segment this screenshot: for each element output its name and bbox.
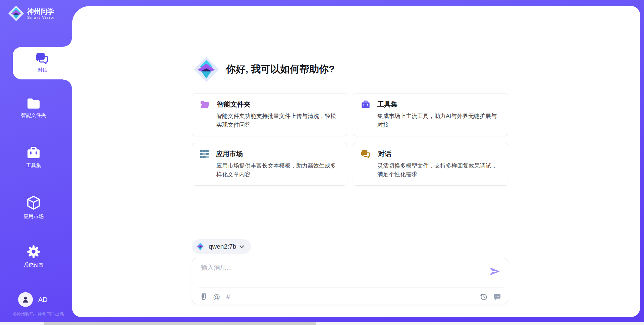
mention-button[interactable]: @ <box>213 293 220 300</box>
sidebar-item-smart-folder[interactable]: 智能文件夹 <box>7 98 60 119</box>
card-toolbox[interactable]: 工具集 集成市场上主流工具，助力AI与外界无缝扩展与对接 <box>353 93 508 136</box>
tab-fillet-top <box>63 38 72 47</box>
history-icon <box>480 293 487 301</box>
hashtag-button[interactable]: # <box>226 293 230 300</box>
history-button[interactable] <box>480 293 487 301</box>
composer-divider <box>199 287 504 288</box>
cube-icon <box>27 196 40 210</box>
model-name: qwen2:7b <box>209 243 236 250</box>
scrollbar-thumb[interactable] <box>44 322 316 325</box>
comment-icon <box>493 293 501 301</box>
sidebar-item-label: 系统设置 <box>23 262 44 268</box>
tab-fillet-bottom <box>63 79 72 88</box>
sidebar-item-label: 工具集 <box>26 162 41 169</box>
card-app-market[interactable]: 应用市场 应用市场提供丰富长文本模板，助力高效生成多样化文章内容 <box>192 143 347 186</box>
message-input[interactable] <box>201 263 479 283</box>
card-title: 对话 <box>378 149 391 158</box>
person-icon <box>21 296 30 304</box>
attach-file-button[interactable] <box>201 293 207 301</box>
card-description: 灵活切换多模型文件，支持多样回复效果调试，满足个性化需求 <box>377 161 500 179</box>
chevron-down-icon <box>239 245 244 248</box>
gear-icon <box>27 245 40 258</box>
comment-button[interactable] <box>493 293 501 301</box>
model-diamond-icon <box>195 242 205 252</box>
greeting-block: 你好, 我可以如何帮助你? <box>193 56 335 82</box>
greeting-title: 你好, 我可以如何帮助你? <box>226 63 335 76</box>
card-description: 集成市场上主流工具，助力AI与外界无缝扩展与对接 <box>377 112 500 129</box>
message-composer: @ # <box>192 258 508 304</box>
sidebar-item-app-market[interactable]: 应用市场 <box>7 196 60 220</box>
copyright-footer: ©神州数码 · 神州问学出品 <box>3 311 74 317</box>
main-panel: 你好, 我可以如何帮助你? 智能文件夹 智能文件夹功能支持批量文件上传与清洗，轻… <box>72 6 640 317</box>
toolbox-icon <box>361 101 370 109</box>
send-button[interactable] <box>489 266 500 278</box>
folder-icon <box>27 98 40 109</box>
sidebar-item-chat[interactable]: 对话 <box>13 47 72 79</box>
chat-icon <box>36 53 49 64</box>
user-initials: AD <box>38 296 48 304</box>
grid-icon <box>200 150 209 158</box>
sidebar-item-label: 应用市场 <box>23 213 44 220</box>
greeting-diamond-icon <box>193 56 219 82</box>
feature-cards: 智能文件夹 智能文件夹功能支持批量文件上传与清洗，轻松实现文件问答 工具集 集成… <box>192 93 508 186</box>
brand-name: 神州问学 <box>27 8 56 15</box>
user-profile[interactable]: AD <box>18 292 48 307</box>
folder-open-icon <box>200 101 210 109</box>
avatar <box>18 292 33 307</box>
card-smart-folder[interactable]: 智能文件夹 智能文件夹功能支持批量文件上传与清洗，轻松实现文件问答 <box>192 93 347 136</box>
sidebar-item-settings[interactable]: 系统设置 <box>7 245 60 268</box>
sidebar-item-label: 对话 <box>38 67 48 73</box>
composer-toolbar: @ # <box>201 290 501 303</box>
chat-icon <box>361 150 371 158</box>
card-title: 应用市场 <box>216 149 243 158</box>
brand-diamond-icon <box>8 5 24 21</box>
app-logo: 神州问学 Smart Vision <box>8 5 56 21</box>
send-icon <box>489 266 500 276</box>
card-chat[interactable]: 对话 灵活切换多模型文件，支持多样回复效果调试，满足个性化需求 <box>353 143 508 186</box>
sidebar-item-label: 智能文件夹 <box>21 112 46 119</box>
card-title: 工具集 <box>377 100 397 109</box>
card-title: 智能文件夹 <box>217 100 251 109</box>
toolbox-icon <box>27 147 40 159</box>
card-description: 应用市场提供丰富长文本模板，助力高效生成多样化文章内容 <box>216 161 339 179</box>
sidebar-item-toolbox[interactable]: 工具集 <box>7 147 60 169</box>
model-selector[interactable]: qwen2:7b <box>192 239 251 254</box>
brand-subtitle: Smart Vision <box>27 15 56 19</box>
horizontal-scrollbar[interactable] <box>0 322 644 325</box>
paperclip-icon <box>201 293 207 301</box>
card-description: 智能文件夹功能支持批量文件上传与清洗，轻松实现文件问答 <box>216 112 339 129</box>
